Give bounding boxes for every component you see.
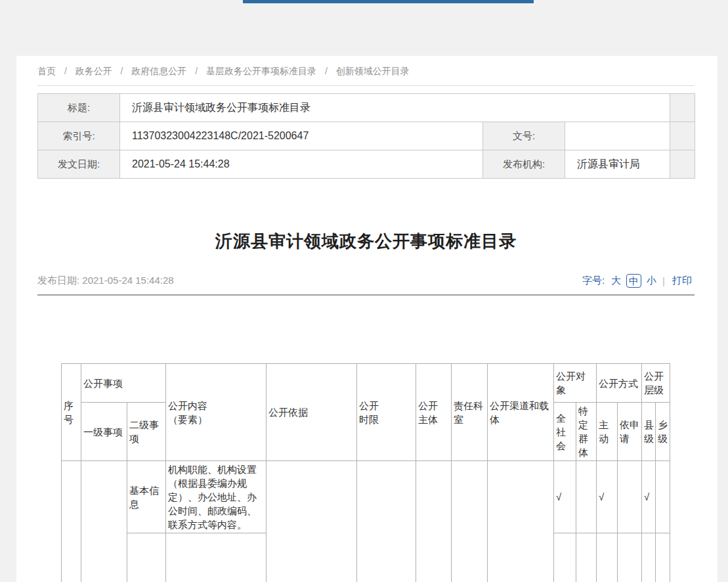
cell-content: 机构职能、机构设置（根据县委编办规定）、办公地址、办公时间、邮政编码、联系方式等… bbox=[166, 461, 267, 533]
header-target-group: 公开对 象 bbox=[554, 364, 597, 403]
cell-level1 bbox=[81, 461, 127, 582]
meta-pipe-divider: | bbox=[662, 275, 665, 286]
breadcrumb-separator: / bbox=[195, 66, 198, 76]
catalog-header-row-1: 序 号 公开事项 公开内容 （要素） 公开依据 公开 时限 公开 主体 责任科 … bbox=[62, 364, 670, 403]
breadcrumb-home[interactable]: 首页 bbox=[37, 66, 56, 76]
doc-info-row-date: 发文日期: 2021-05-24 15:44:28 发布机构: 沂源县审计局 bbox=[38, 150, 695, 179]
header-level2: 二级事 项 bbox=[127, 403, 166, 461]
cell-target-specific-check bbox=[576, 533, 597, 582]
title-label: 标题: bbox=[38, 94, 120, 122]
breadcrumb-separator: / bbox=[325, 66, 328, 76]
cell-seq bbox=[62, 461, 81, 582]
font-size-label: 字号: bbox=[582, 275, 605, 287]
info-table-tail-cell bbox=[670, 122, 695, 150]
header-department: 责任科 室 bbox=[452, 364, 488, 461]
page-title: 沂源县审计领域政务公开事项标准目录 bbox=[37, 230, 695, 253]
breadcrumb-info-disclosure[interactable]: 政府信息公开 bbox=[131, 66, 186, 76]
title-value: 沂源县审计领域政务公开事项标准目录 bbox=[120, 94, 670, 122]
doc-number-label: 文号: bbox=[483, 122, 565, 150]
cell-level-town-check bbox=[656, 533, 670, 582]
cell-target-specific-check bbox=[576, 461, 597, 533]
font-size-large-button[interactable]: 大 bbox=[611, 275, 621, 287]
cell-method-request-check bbox=[618, 533, 642, 582]
print-button[interactable]: 打印 bbox=[672, 275, 692, 287]
issue-date-label: 发文日期: bbox=[38, 150, 120, 179]
publish-date: 发布日期: 2021-05-24 15:44:28 bbox=[37, 275, 174, 287]
cell-method-active-check: √ bbox=[597, 533, 618, 582]
header-basis: 公开依据 bbox=[267, 364, 357, 461]
header-method-group: 公开方式 bbox=[597, 364, 642, 403]
breadcrumb-zwgk[interactable]: 政务公开 bbox=[75, 66, 112, 76]
breadcrumb-current[interactable]: 创新领域公开目录 bbox=[336, 66, 410, 76]
cell-target-all-check: √ bbox=[554, 461, 576, 533]
cell-level2: 内设机构及下属事业单位 bbox=[127, 533, 166, 582]
cell-subject: 沂源县审计局 bbox=[416, 461, 452, 582]
header-target-specific: 特 定 群 体 bbox=[576, 403, 597, 461]
cell-level-town-check bbox=[656, 461, 670, 533]
breadcrumb-separator: / bbox=[121, 66, 123, 76]
cell-channels: 政府网站 公开查阅点 bbox=[488, 461, 554, 582]
index-number-label: 索引号: bbox=[38, 122, 120, 150]
header-level-county: 县 级 bbox=[642, 403, 656, 461]
header-items-group: 公开事项 bbox=[81, 364, 166, 403]
top-accent-bar bbox=[243, 0, 534, 3]
breadcrumb-separator: / bbox=[64, 66, 67, 76]
header-channels: 公开渠道和载 体 bbox=[488, 364, 554, 461]
cell-content: 内设机构及下属单位设置、职能、办公地址、办公时间、联系方式、负责人姓名等 bbox=[166, 533, 267, 582]
doc-number-value bbox=[565, 122, 670, 150]
index-number-value: 11370323004223148C/2021-5200647 bbox=[120, 122, 483, 150]
header-method-active: 主 动 bbox=[597, 403, 618, 461]
header-level1: 一级事项 bbox=[81, 403, 127, 461]
cell-department: 办公室 bbox=[452, 461, 488, 582]
cell-time-limit: 一次性公开并动态调整 bbox=[357, 461, 416, 582]
header-method-request: 依申 请 bbox=[618, 403, 642, 461]
doc-info-row-title: 标题: 沂源县审计领域政务公开事项标准目录 bbox=[38, 94, 695, 122]
agency-value: 沂源县审计局 bbox=[565, 150, 670, 179]
font-size-medium-button[interactable]: 中 bbox=[626, 274, 641, 288]
doc-info-row-index: 索引号: 11370323004223148C/2021-5200647 文号: bbox=[38, 122, 695, 150]
cell-basis: 《中华人民共和国政府信息公开条例》（国务院令第711号） bbox=[267, 461, 357, 582]
content-card: 首页 / 政务公开 / 政府信息公开 / 基层政务公开事项标准目录 / 创新领域… bbox=[16, 56, 717, 582]
issue-date-value: 2021-05-24 15:44:28 bbox=[120, 150, 483, 179]
publish-date-label: 发布日期: bbox=[37, 275, 79, 286]
agency-label: 发布机构: bbox=[483, 150, 565, 179]
cell-level2: 基本信息 bbox=[127, 461, 166, 533]
header-subject: 公开 主体 bbox=[416, 364, 452, 461]
breadcrumb-standard-catalog[interactable]: 基层政务公开事项标准目录 bbox=[206, 66, 316, 76]
header-target-all: 全社 会 bbox=[554, 403, 576, 461]
article-meta-bar: 发布日期: 2021-05-24 15:44:28 字号: 大 中 小 | 打印 bbox=[37, 273, 695, 288]
font-size-controls: 字号: 大 中 小 | 打印 bbox=[582, 274, 695, 288]
cell-method-request-check bbox=[618, 461, 642, 533]
title-divider bbox=[37, 294, 695, 296]
cell-method-active-check: √ bbox=[597, 461, 618, 533]
breadcrumb-divider bbox=[37, 85, 695, 86]
publish-date-value: 2021-05-24 15:44:28 bbox=[82, 275, 173, 286]
info-table-tail-cell bbox=[670, 94, 695, 122]
header-level-group: 公开 层级 bbox=[642, 364, 670, 403]
doc-info-table: 标题: 沂源县审计领域政务公开事项标准目录 索引号: 1137032300422… bbox=[37, 93, 695, 179]
header-content: 公开内容 （要素） bbox=[166, 364, 267, 461]
cell-level-county-check: √ bbox=[642, 461, 656, 533]
cell-target-all-check: √ bbox=[554, 533, 576, 582]
catalog-table: 序 号 公开事项 公开内容 （要素） 公开依据 公开 时限 公开 主体 责任科 … bbox=[61, 363, 670, 582]
breadcrumb: 首页 / 政务公开 / 政府信息公开 / 基层政务公开事项标准目录 / 创新领域… bbox=[37, 56, 695, 78]
font-size-small-button[interactable]: 小 bbox=[647, 275, 656, 287]
header-time-limit: 公开 时限 bbox=[357, 364, 416, 461]
cell-level-county-check: √ bbox=[642, 533, 656, 582]
catalog-row-basic-info: 基本信息 机构职能、机构设置（根据县委编办规定）、办公地址、办公时间、邮政编码、… bbox=[62, 461, 670, 533]
header-level-town: 乡 级 bbox=[656, 403, 670, 461]
info-table-tail-cell bbox=[670, 150, 695, 179]
header-seq: 序 号 bbox=[62, 364, 81, 461]
